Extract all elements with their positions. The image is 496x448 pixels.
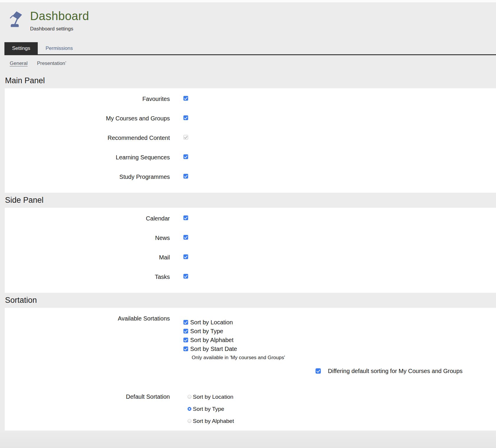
dashboard-lamp-icon [9, 11, 22, 28]
default-sortation-row: Default Sortation Sort by LocationSort b… [5, 391, 496, 431]
sortation-option-checkbox[interactable] [183, 338, 188, 342]
footer-area [0, 431, 496, 448]
side-panel-row-label: News [5, 234, 170, 241]
side-panel-row-label: Calendar [5, 215, 170, 222]
available-sortation-option: Sort by Start Date [183, 344, 285, 353]
tab-permissions[interactable]: Permissions [38, 42, 80, 54]
sub-tab-bar: General Presentation’ [0, 55, 496, 73]
side-panel-row: News [5, 234, 496, 254]
differing-default-sorting-label[interactable]: Differing default sorting for My Courses… [328, 368, 463, 375]
subtab-presentation[interactable]: Presentation’ [37, 61, 66, 73]
page-title: Dashboard [30, 9, 89, 23]
main-panel-checkbox[interactable] [183, 174, 188, 179]
sortation-byline: Only available in 'My courses and Groups… [192, 354, 285, 361]
available-sortation-option: Sort by Type [183, 327, 285, 336]
sortation-section: Available Sortations Sort by LocationSor… [5, 308, 496, 431]
side-panel-checkbox[interactable] [183, 274, 188, 279]
page-header: Dashboard Dashboard settings [0, 2, 496, 42]
sortation-option-label[interactable]: Sort by Location [190, 319, 233, 326]
available-sortation-option: Sort by Location [183, 318, 285, 327]
differing-default-sorting-checkbox[interactable] [316, 368, 321, 374]
main-panel-row: Recommended Content [5, 134, 496, 154]
main-panel-checkbox[interactable] [183, 96, 188, 101]
differing-default-sorting-row: Differing default sorting for My Courses… [316, 367, 496, 375]
default-sortation-options: Sort by LocationSort by TypeSort by Alph… [188, 391, 234, 427]
side-panel-row: Tasks [5, 273, 496, 293]
section-title-main-panel: Main Panel [0, 73, 496, 88]
main-panel-checkbox [183, 135, 188, 140]
available-sortations-label: Available Sortations [5, 315, 170, 322]
side-panel-row: Calendar [5, 215, 496, 234]
sortation-option-label[interactable]: Sort by Type [190, 328, 223, 335]
side-panel-checkbox[interactable] [183, 254, 188, 259]
default-sortation-radio-label[interactable]: Sort by Alphabet [193, 418, 234, 424]
default-sortation-option: Sort by Location [188, 391, 234, 403]
main-panel-checkbox[interactable] [183, 154, 188, 159]
default-sortation-option: Sort by Type [188, 403, 234, 415]
main-panel-section: FavouritesMy Courses and GroupsRecommend… [5, 88, 496, 193]
main-panel-row-label: Favourites [5, 95, 170, 102]
default-sortation-radio[interactable] [188, 395, 191, 399]
subtab-general[interactable]: General [10, 61, 27, 73]
side-panel-row: Mail [5, 254, 496, 273]
sortation-option-label[interactable]: Sort by Start Date [190, 346, 237, 352]
sortation-option-checkbox[interactable] [183, 320, 188, 325]
tab-settings[interactable]: Settings [4, 42, 38, 54]
default-sortation-label: Default Sortation [5, 391, 170, 403]
side-panel-section: CalendarNewsMailTasks [5, 208, 496, 293]
dashboard-settings-page: Dashboard Dashboard settings Settings Pe… [0, 0, 496, 448]
available-sortation-option: Sort by Alphabet [183, 336, 285, 344]
header-text: Dashboard Dashboard settings [30, 2, 89, 32]
default-sortation-radio[interactable] [188, 419, 191, 423]
main-panel-row: Favourites [5, 95, 496, 115]
main-panel-row: Learning Sequences [5, 154, 496, 173]
side-panel-row-label: Mail [5, 254, 170, 261]
tab-bar: Settings Permissions [4, 42, 496, 55]
default-sortation-radio-label[interactable]: Sort by Type [193, 406, 224, 412]
default-sortation-radio[interactable] [188, 407, 191, 411]
sortation-option-checkbox[interactable] [183, 346, 188, 351]
top-strip [0, 0, 496, 2]
section-title-side-panel: Side Panel [0, 193, 496, 208]
main-panel-row-label: My Courses and Groups [5, 115, 170, 122]
default-sortation-option: Sort by Alphabet [188, 415, 234, 427]
side-panel-checkbox[interactable] [183, 235, 188, 240]
main-panel-row: My Courses and Groups [5, 115, 496, 134]
main-panel-row-label: Recommended Content [5, 134, 170, 141]
sortation-option-checkbox[interactable] [183, 329, 188, 333]
section-title-sortation: Sortation [0, 293, 496, 308]
page-subtitle: Dashboard settings [30, 26, 89, 32]
sortation-option-label[interactable]: Sort by Alphabet [190, 337, 234, 344]
available-sortations-row: Available Sortations Sort by LocationSor… [5, 315, 496, 361]
main-panel-checkbox[interactable] [183, 115, 188, 120]
main-panel-row-label: Study Programmes [5, 173, 170, 180]
main-panel-row: Study Programmes [5, 173, 496, 193]
available-sortations-options: Sort by LocationSort by TypeSort by Alph… [183, 318, 285, 361]
side-panel-checkbox[interactable] [183, 215, 188, 220]
main-panel-row-label: Learning Sequences [5, 154, 170, 161]
default-sortation-radio-label[interactable]: Sort by Location [193, 394, 233, 400]
side-panel-row-label: Tasks [5, 273, 170, 280]
